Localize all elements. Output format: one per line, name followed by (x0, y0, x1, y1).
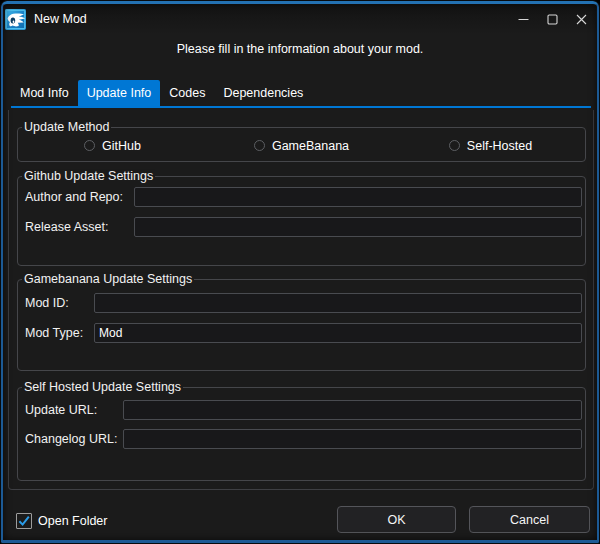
caption-buttons (509, 5, 596, 33)
cancel-button[interactable]: Cancel (469, 506, 590, 533)
ok-button[interactable]: OK (337, 506, 456, 533)
tab-dependencies[interactable]: Dependencies (214, 80, 312, 106)
update-url-label: Update URL: (25, 403, 123, 417)
close-button[interactable] (567, 5, 596, 33)
dialog-subtitle: Please fill in the information about you… (1, 42, 599, 56)
mod-id-label: Mod ID: (25, 296, 94, 310)
mod-id-input[interactable] (94, 293, 582, 313)
group-github-legend: Github Update Settings (22, 169, 155, 183)
maximize-icon (547, 14, 558, 25)
app-icon (5, 9, 26, 30)
tab-mod-info[interactable]: Mod Info (11, 80, 78, 106)
group-gamebanana-settings: Gamebanana Update Settings Mod ID: Mod T… (17, 279, 586, 371)
author-repo-input[interactable] (134, 187, 582, 207)
mod-type-combobox[interactable]: Mod (94, 323, 582, 343)
release-asset-input[interactable] (134, 217, 582, 237)
group-gamebanana-legend: Gamebanana Update Settings (22, 272, 194, 286)
radio-gamebanana-circle (254, 140, 265, 151)
new-mod-dialog: New Mod Please fill in the information a… (0, 0, 600, 544)
radio-self-hosted-circle (449, 140, 460, 151)
minimize-icon (518, 14, 529, 25)
tab-codes[interactable]: Codes (160, 80, 214, 106)
tab-content: Update Method GitHub GameBanana Self-Hos… (8, 110, 594, 490)
open-folder-checkbox[interactable] (16, 513, 32, 529)
radio-self-hosted[interactable]: Self-Hosted (396, 130, 585, 161)
window-title: New Mod (34, 12, 87, 26)
group-github-settings: Github Update Settings Author and Repo: … (17, 176, 586, 266)
tab-update-info[interactable]: Update Info (78, 80, 161, 106)
checkmark-icon (17, 514, 31, 528)
tab-strip: Mod Info Update Info Codes Dependencies (11, 80, 591, 108)
group-self-hosted-settings: Self Hosted Update Settings Update URL: … (17, 387, 586, 481)
group-update-method: Update Method GitHub GameBanana Self-Hos… (17, 127, 586, 162)
update-method-options: GitHub GameBanana Self-Hosted (18, 130, 585, 161)
close-icon (576, 14, 587, 25)
release-asset-label: Release Asset: (25, 220, 134, 234)
update-url-input[interactable] (123, 400, 582, 420)
group-self-hosted-legend: Self Hosted Update Settings (22, 380, 183, 394)
changelog-url-input[interactable] (123, 429, 582, 449)
radio-gamebanana[interactable]: GameBanana (207, 130, 396, 161)
changelog-url-label: Changelog URL: (25, 432, 123, 446)
mod-type-value: Mod (99, 326, 122, 340)
radio-github[interactable]: GitHub (18, 130, 207, 161)
minimize-button[interactable] (509, 5, 538, 33)
open-folder-label: Open Folder (38, 513, 107, 529)
author-repo-label: Author and Repo: (25, 190, 134, 204)
radio-github-circle (84, 140, 95, 151)
titlebar: New Mod (4, 4, 596, 34)
mod-type-label: Mod Type: (25, 326, 94, 340)
maximize-button[interactable] (538, 5, 567, 33)
